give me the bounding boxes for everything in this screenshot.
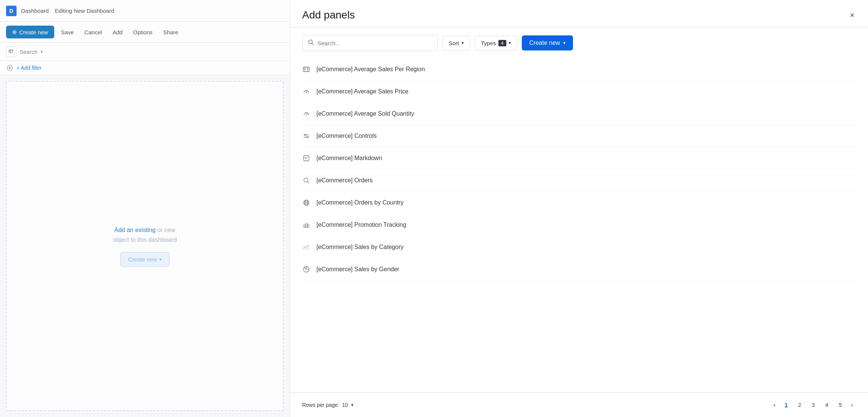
list-item[interactable]: [eCommerce] Sales by Gender xyxy=(302,258,856,281)
rows-value: 10 xyxy=(342,402,348,408)
filter-icon xyxy=(6,64,14,72)
pie-icon xyxy=(302,265,310,273)
add-button[interactable]: Add xyxy=(109,26,127,38)
list-item[interactable]: [eCommerce] Average Sales Per Region xyxy=(302,58,856,81)
types-button[interactable]: Types 4 ▾ xyxy=(475,36,517,50)
item-label: [eCommerce] Average Sales Per Region xyxy=(316,66,425,73)
add-existing-link[interactable]: Add an existing xyxy=(115,227,156,233)
app-icon: D xyxy=(6,6,17,16)
svg-point-10 xyxy=(306,92,307,93)
close-button[interactable]: × xyxy=(848,9,856,21)
breadcrumb-current: Editing New Dashboard xyxy=(55,8,115,14)
left-panel: D Dashboard Editing New Dashboard ⊕ Crea… xyxy=(0,0,290,417)
breadcrumb-sep xyxy=(51,8,52,14)
item-label: [eCommerce] Markdown xyxy=(316,155,382,162)
add-filter[interactable]: + Add filter xyxy=(17,65,42,71)
panel-toolbar: Sort ▾ Types 4 ▾ Create new ▾ xyxy=(290,27,868,58)
search-icon xyxy=(308,39,314,47)
svg-line-32 xyxy=(306,269,309,270)
item-label: [eCommerce] Average Sold Quantity xyxy=(316,110,414,117)
options-button[interactable]: Options xyxy=(129,26,156,38)
bar-icon xyxy=(302,221,310,229)
gauge-icon xyxy=(302,87,310,96)
page-1-button[interactable]: 1 xyxy=(780,399,792,411)
empty-text: Add an existing or newobject to this das… xyxy=(113,225,177,244)
page-3-button[interactable]: 3 xyxy=(807,399,819,411)
svg-rect-8 xyxy=(303,67,309,72)
create-new-label: Create new xyxy=(19,29,48,35)
svg-point-12 xyxy=(306,115,307,115)
svg-point-16 xyxy=(307,136,308,138)
search-input[interactable] xyxy=(318,40,432,46)
page-5-button[interactable]: 5 xyxy=(834,399,847,411)
rows-chevron-icon: ▾ xyxy=(351,402,353,408)
svg-point-15 xyxy=(304,134,306,136)
prev-page-button[interactable]: ‹ xyxy=(770,400,778,410)
geo-icon xyxy=(302,199,310,207)
svg-line-33 xyxy=(304,267,307,269)
search-icon-small xyxy=(6,46,17,57)
item-label: [eCommerce] Sales by Gender xyxy=(316,266,399,273)
panel-header: Add panels × xyxy=(290,0,868,27)
map-icon xyxy=(302,65,310,73)
search-wrapper xyxy=(302,35,438,51)
breadcrumb: Dashboard Editing New Dashboard xyxy=(21,8,114,14)
add-panels-panel: Add panels × Sort ▾ Types 4 ▾ Create new… xyxy=(290,0,868,417)
list-item[interactable]: [eCommerce] Controls xyxy=(302,125,856,147)
list-item[interactable]: [eCommerce] Average Sold Quantity xyxy=(302,103,856,125)
list-item[interactable]: [eCommerce] Average Sales Price xyxy=(302,81,856,103)
chevron-down-icon: ▾ xyxy=(159,257,162,262)
item-label: [eCommerce] Orders by Country xyxy=(316,199,403,206)
toolbar: ⊕ Create new Save Cancel Add Options Sha… xyxy=(0,22,290,43)
svg-point-20 xyxy=(304,178,308,182)
share-button[interactable]: Share xyxy=(159,26,182,38)
page-2-button[interactable]: 2 xyxy=(794,399,806,411)
search-label: Search xyxy=(20,49,38,55)
gauge-icon xyxy=(302,110,310,118)
create-new-button[interactable]: ⊕ Create new xyxy=(6,26,54,38)
svg-rect-17 xyxy=(304,156,309,161)
pagination: ‹ 1 2 3 4 5 › xyxy=(770,399,856,411)
chevron-icon: ▾ xyxy=(41,49,43,54)
top-bar: D Dashboard Editing New Dashboard xyxy=(0,0,290,22)
empty-create-label: Create new xyxy=(128,256,157,263)
text-icon xyxy=(302,154,310,162)
save-button[interactable]: Save xyxy=(57,26,78,38)
list-item[interactable]: [eCommerce] Orders xyxy=(302,170,856,192)
list-item[interactable]: [eCommerce] Orders by Country xyxy=(302,192,856,214)
list-item[interactable]: [eCommerce] Promotion Tracking xyxy=(302,214,856,236)
sort-button[interactable]: Sort ▾ xyxy=(442,36,470,50)
rows-per-page: Rows per page: 10 ▾ xyxy=(302,402,353,408)
svg-rect-0 xyxy=(9,50,13,53)
item-label: [eCommerce] Sales by Category xyxy=(316,244,403,251)
create-new-panel-button[interactable]: Create new ▾ xyxy=(522,35,573,50)
item-label: [eCommerce] Promotion Tracking xyxy=(316,221,406,228)
types-label: Types xyxy=(481,40,496,46)
search-icon xyxy=(302,176,310,185)
item-label: [eCommerce] Orders xyxy=(316,177,373,184)
area-icon xyxy=(302,243,310,251)
item-label: [eCommerce] Average Sales Price xyxy=(316,88,408,95)
next-page-button[interactable]: › xyxy=(848,400,856,410)
controls-icon xyxy=(302,132,310,140)
create-new-empty-button[interactable]: Create new ▾ xyxy=(120,252,170,267)
item-label: [eCommerce] Controls xyxy=(316,133,377,139)
cancel-button[interactable]: Cancel xyxy=(81,26,106,38)
svg-rect-29 xyxy=(308,224,309,228)
filter-bar: + Add filter xyxy=(0,61,290,75)
svg-line-21 xyxy=(308,182,309,183)
list-item[interactable]: [eCommerce] Sales by Category xyxy=(302,236,856,258)
sort-chevron-icon: ▾ xyxy=(462,40,464,46)
panel-title: Add panels xyxy=(302,9,355,21)
list-item[interactable]: [eCommerce] Markdown xyxy=(302,147,856,170)
search-bar: Search ▾ xyxy=(0,43,290,61)
panel-footer: Rows per page: 10 ▾ ‹ 1 2 3 4 5 › xyxy=(290,393,868,417)
svg-rect-27 xyxy=(304,225,305,228)
create-panel-chevron-icon: ▾ xyxy=(563,40,565,46)
create-panel-label: Create new xyxy=(529,40,560,46)
types-count-badge: 4 xyxy=(498,40,506,46)
panel-list: [eCommerce] Average Sales Per Region[eCo… xyxy=(290,58,868,393)
breadcrumb-dashboard: Dashboard xyxy=(21,8,49,14)
page-4-button[interactable]: 4 xyxy=(821,399,833,411)
plus-icon: ⊕ xyxy=(12,29,17,35)
